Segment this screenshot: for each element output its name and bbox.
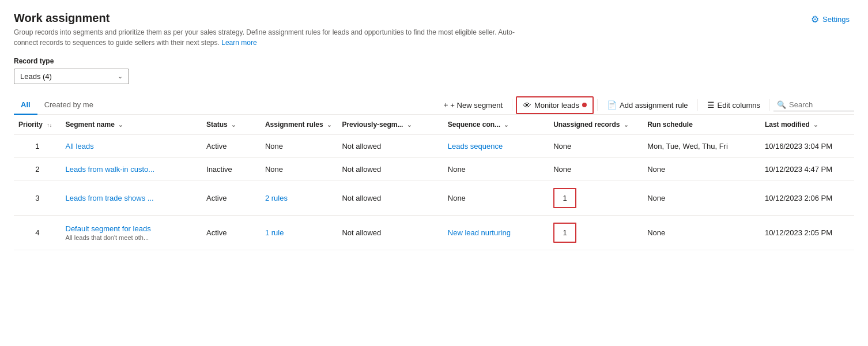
col-run-schedule: Run schedule [643,115,760,135]
cell-previously-segmented: Not allowed [337,158,443,181]
cell-priority: 1 [14,135,61,158]
add-assignment-rule-button[interactable]: 📄 Add assignment rule [601,97,694,112]
table-row: 4Default segment for leadsAll leads that… [14,216,854,250]
monitor-leads-dot [582,103,587,107]
edit-columns-button[interactable]: ☰ Edit columns [701,97,766,112]
page-description: Group records into segments and prioriti… [14,27,533,48]
table-row: 3Leads from trade shows ...Active2 rules… [14,181,854,216]
col-priority: Priority ↑↓ [14,115,61,135]
segment-name-link[interactable]: Default segment for leads [66,224,151,233]
new-segment-button[interactable]: ＋ + New segment [436,97,508,113]
cell-priority: 3 [14,181,61,216]
cell-sequence-connect: New lead nurturing [443,216,549,250]
cell-sequence-connect: None [443,181,549,216]
cell-status: Active [202,181,261,216]
page-title: Work assignment [14,12,533,25]
chevron-assignment-icon[interactable]: ⌄ [327,122,331,128]
cell-assignment-rules: None [261,158,338,181]
cell-last-modified: 10/16/2023 3:04 PM [760,135,854,158]
cell-unassigned-records: None [549,135,643,158]
cell-run-schedule: None [643,181,760,216]
toolbar-divider-1 [512,99,512,111]
segments-table: Priority ↑↓ Segment name ⌄ Status ⌄ Assi… [14,115,854,250]
sequence-connect-link[interactable]: Leads sequence [448,142,503,151]
cell-run-schedule: None [643,216,760,250]
sequence-connect-link[interactable]: New lead nurturing [448,228,511,237]
col-assignment-rules: Assignment rules ⌄ [261,115,338,135]
search-box[interactable]: 🔍 [773,99,854,111]
toolbar-divider-2 [597,99,598,111]
cell-last-modified: 10/12/2023 2:06 PM [760,181,854,216]
chevron-unassigned-icon[interactable]: ⌄ [624,122,628,128]
col-segment-name: Segment name ⌄ [61,115,202,135]
plus-icon: ＋ [442,100,450,110]
toolbar-divider-3 [697,99,698,111]
chevron-modified-icon[interactable]: ⌄ [813,122,818,128]
cell-run-schedule: None [643,158,760,181]
cell-segment-name: Leads from walk-in custo... [61,158,202,181]
cell-status: Inactive [202,158,261,181]
cell-status: Active [202,135,261,158]
col-last-modified: Last modified ⌄ [760,115,854,135]
search-input[interactable] [789,100,851,109]
columns-icon: ☰ [707,100,715,110]
segment-name-link[interactable]: All leads [66,142,94,151]
monitor-leads-button[interactable]: 👁 Monitor leads [516,96,594,114]
cell-unassigned-records: 1 [549,181,643,216]
cell-priority: 4 [14,216,61,250]
cell-previously-segmented: Not allowed [337,216,443,250]
chevron-prev-icon[interactable]: ⌄ [407,122,412,128]
cell-unassigned-records: None [549,158,643,181]
sort-priority-icon[interactable]: ↑↓ [47,122,52,128]
assignment-rule-icon: 📄 [607,100,617,110]
unassigned-records-highlighted: 1 [553,223,576,243]
cell-sequence-connect: None [443,158,549,181]
cell-previously-segmented: Not allowed [337,135,443,158]
settings-button[interactable]: ⚙ Settings [806,12,854,27]
segment-name-link[interactable]: Leads from trade shows ... [66,194,154,202]
table-row: 1All leadsActiveNoneNot allowedLeads seq… [14,135,854,158]
cell-priority: 2 [14,158,61,181]
col-unassigned-records: Unassigned records ⌄ [549,115,643,135]
cell-unassigned-records: 1 [549,216,643,250]
toolbar: ＋ + New segment 👁 Monitor leads 📄 Add as… [436,96,854,114]
segment-name-link[interactable]: Leads from walk-in custo... [66,165,155,174]
toolbar-divider-4 [769,99,770,111]
cell-last-modified: 10/12/2023 2:05 PM [760,216,854,250]
cell-status: Active [202,216,261,250]
col-previously-segmented: Previously-segm... ⌄ [337,115,443,135]
tab-all[interactable]: All [14,96,37,115]
segment-sub-text: All leads that don't meet oth... [66,234,198,241]
chevron-seq-icon[interactable]: ⌄ [504,122,508,128]
monitor-icon: 👁 [523,100,531,110]
col-sequence-connect: Sequence con... ⌄ [443,115,549,135]
chevron-status-icon[interactable]: ⌄ [231,122,236,128]
assignment-rules-link[interactable]: 2 rules [265,194,288,202]
chevron-segment-icon[interactable]: ⌄ [118,122,123,128]
unassigned-records-highlighted: 1 [553,188,576,208]
record-type-label: Record type [14,57,854,65]
cell-previously-segmented: Not allowed [337,181,443,216]
tab-created-by-me[interactable]: Created by me [37,96,100,115]
col-status: Status ⌄ [202,115,261,135]
tabs-container: All Created by me [14,96,100,114]
cell-assignment-rules: 1 rule [261,216,338,250]
table-row: 2Leads from walk-in custo...InactiveNone… [14,158,854,181]
cell-segment-name: Leads from trade shows ... [61,181,202,216]
cell-segment-name: All leads [61,135,202,158]
record-type-dropdown[interactable]: Leads (4) ⌄ [14,69,129,84]
cell-sequence-connect: Leads sequence [443,135,549,158]
gear-icon: ⚙ [811,14,819,25]
assignment-rules-link[interactable]: 1 rule [265,228,284,237]
cell-last-modified: 10/12/2023 4:47 PM [760,158,854,181]
cell-assignment-rules: None [261,135,338,158]
search-icon: 🔍 [777,100,786,109]
learn-more-link[interactable]: Learn more [221,39,256,47]
chevron-down-icon: ⌄ [118,73,123,80]
cell-run-schedule: Mon, Tue, Wed, Thu, Fri [643,135,760,158]
cell-assignment-rules: 2 rules [261,181,338,216]
cell-segment-name: Default segment for leadsAll leads that … [61,216,202,250]
